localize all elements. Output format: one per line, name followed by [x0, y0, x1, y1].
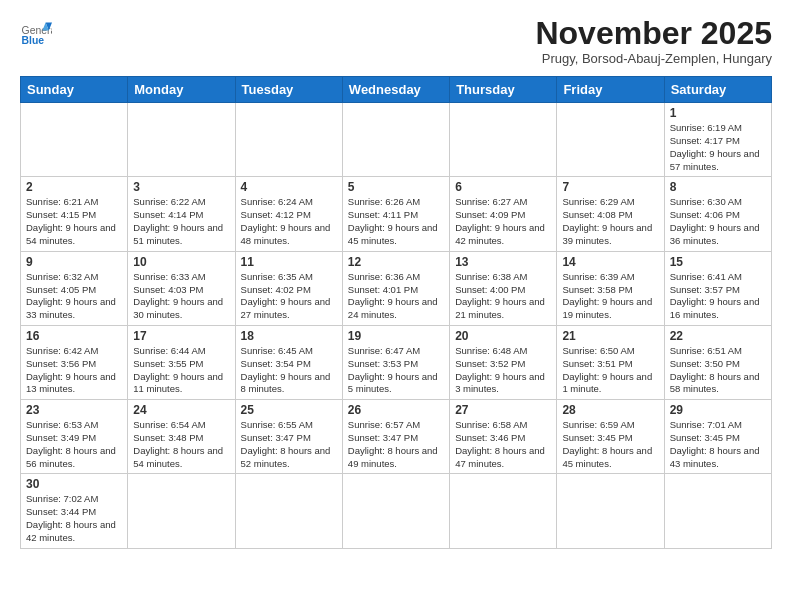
calendar-cell: 9Sunrise: 6:32 AM Sunset: 4:05 PM Daylig… [21, 251, 128, 325]
day-info: Sunrise: 7:02 AM Sunset: 3:44 PM Dayligh… [26, 493, 122, 544]
calendar-cell: 2Sunrise: 6:21 AM Sunset: 4:15 PM Daylig… [21, 177, 128, 251]
day-number: 2 [26, 180, 122, 194]
calendar-cell [128, 103, 235, 177]
calendar-cell [128, 474, 235, 548]
day-number: 17 [133, 329, 229, 343]
calendar-cell: 21Sunrise: 6:50 AM Sunset: 3:51 PM Dayli… [557, 325, 664, 399]
day-number: 29 [670, 403, 766, 417]
day-number: 8 [670, 180, 766, 194]
day-info: Sunrise: 6:32 AM Sunset: 4:05 PM Dayligh… [26, 271, 122, 322]
calendar-cell: 29Sunrise: 7:01 AM Sunset: 3:45 PM Dayli… [664, 400, 771, 474]
day-info: Sunrise: 6:42 AM Sunset: 3:56 PM Dayligh… [26, 345, 122, 396]
col-header-wednesday: Wednesday [342, 77, 449, 103]
day-info: Sunrise: 6:26 AM Sunset: 4:11 PM Dayligh… [348, 196, 444, 247]
day-number: 28 [562, 403, 658, 417]
col-header-monday: Monday [128, 77, 235, 103]
generalblue-logo-icon: General Blue [20, 16, 52, 48]
day-info: Sunrise: 6:22 AM Sunset: 4:14 PM Dayligh… [133, 196, 229, 247]
day-info: Sunrise: 6:24 AM Sunset: 4:12 PM Dayligh… [241, 196, 337, 247]
day-number: 18 [241, 329, 337, 343]
calendar-cell: 27Sunrise: 6:58 AM Sunset: 3:46 PM Dayli… [450, 400, 557, 474]
day-info: Sunrise: 6:44 AM Sunset: 3:55 PM Dayligh… [133, 345, 229, 396]
day-info: Sunrise: 6:51 AM Sunset: 3:50 PM Dayligh… [670, 345, 766, 396]
calendar-cell: 3Sunrise: 6:22 AM Sunset: 4:14 PM Daylig… [128, 177, 235, 251]
calendar-cell: 11Sunrise: 6:35 AM Sunset: 4:02 PM Dayli… [235, 251, 342, 325]
calendar-cell: 8Sunrise: 6:30 AM Sunset: 4:06 PM Daylig… [664, 177, 771, 251]
calendar-week-5: 23Sunrise: 6:53 AM Sunset: 3:49 PM Dayli… [21, 400, 772, 474]
day-info: Sunrise: 6:36 AM Sunset: 4:01 PM Dayligh… [348, 271, 444, 322]
day-number: 15 [670, 255, 766, 269]
calendar-cell [664, 474, 771, 548]
calendar-cell: 26Sunrise: 6:57 AM Sunset: 3:47 PM Dayli… [342, 400, 449, 474]
day-info: Sunrise: 7:01 AM Sunset: 3:45 PM Dayligh… [670, 419, 766, 470]
day-number: 19 [348, 329, 444, 343]
calendar-cell [557, 474, 664, 548]
day-info: Sunrise: 6:57 AM Sunset: 3:47 PM Dayligh… [348, 419, 444, 470]
calendar-cell: 28Sunrise: 6:59 AM Sunset: 3:45 PM Dayli… [557, 400, 664, 474]
day-number: 14 [562, 255, 658, 269]
day-info: Sunrise: 6:53 AM Sunset: 3:49 PM Dayligh… [26, 419, 122, 470]
calendar-cell: 4Sunrise: 6:24 AM Sunset: 4:12 PM Daylig… [235, 177, 342, 251]
calendar-cell [21, 103, 128, 177]
day-info: Sunrise: 6:48 AM Sunset: 3:52 PM Dayligh… [455, 345, 551, 396]
day-number: 12 [348, 255, 444, 269]
calendar-cell [450, 474, 557, 548]
calendar-cell [557, 103, 664, 177]
day-info: Sunrise: 6:21 AM Sunset: 4:15 PM Dayligh… [26, 196, 122, 247]
col-header-thursday: Thursday [450, 77, 557, 103]
calendar-table: SundayMondayTuesdayWednesdayThursdayFrid… [20, 76, 772, 549]
day-info: Sunrise: 6:47 AM Sunset: 3:53 PM Dayligh… [348, 345, 444, 396]
day-info: Sunrise: 6:30 AM Sunset: 4:06 PM Dayligh… [670, 196, 766, 247]
calendar-cell [235, 103, 342, 177]
day-info: Sunrise: 6:41 AM Sunset: 3:57 PM Dayligh… [670, 271, 766, 322]
day-number: 20 [455, 329, 551, 343]
day-number: 16 [26, 329, 122, 343]
calendar-cell: 12Sunrise: 6:36 AM Sunset: 4:01 PM Dayli… [342, 251, 449, 325]
title-block: November 2025 Prugy, Borsod-Abauj-Zemple… [535, 16, 772, 66]
day-info: Sunrise: 6:39 AM Sunset: 3:58 PM Dayligh… [562, 271, 658, 322]
day-number: 10 [133, 255, 229, 269]
month-title: November 2025 [535, 16, 772, 51]
calendar-week-2: 2Sunrise: 6:21 AM Sunset: 4:15 PM Daylig… [21, 177, 772, 251]
calendar-cell: 13Sunrise: 6:38 AM Sunset: 4:00 PM Dayli… [450, 251, 557, 325]
calendar-week-4: 16Sunrise: 6:42 AM Sunset: 3:56 PM Dayli… [21, 325, 772, 399]
day-number: 7 [562, 180, 658, 194]
calendar-cell: 19Sunrise: 6:47 AM Sunset: 3:53 PM Dayli… [342, 325, 449, 399]
logo: General Blue [20, 16, 52, 48]
calendar-cell: 5Sunrise: 6:26 AM Sunset: 4:11 PM Daylig… [342, 177, 449, 251]
day-info: Sunrise: 6:58 AM Sunset: 3:46 PM Dayligh… [455, 419, 551, 470]
day-number: 9 [26, 255, 122, 269]
day-number: 11 [241, 255, 337, 269]
calendar-cell [450, 103, 557, 177]
day-info: Sunrise: 6:29 AM Sunset: 4:08 PM Dayligh… [562, 196, 658, 247]
day-number: 1 [670, 106, 766, 120]
day-number: 30 [26, 477, 122, 491]
calendar-cell: 30Sunrise: 7:02 AM Sunset: 3:44 PM Dayli… [21, 474, 128, 548]
day-info: Sunrise: 6:50 AM Sunset: 3:51 PM Dayligh… [562, 345, 658, 396]
header: General Blue November 2025 Prugy, Borsod… [20, 16, 772, 66]
calendar-week-1: 1Sunrise: 6:19 AM Sunset: 4:17 PM Daylig… [21, 103, 772, 177]
day-number: 5 [348, 180, 444, 194]
calendar-cell [235, 474, 342, 548]
calendar-cell [342, 474, 449, 548]
col-header-sunday: Sunday [21, 77, 128, 103]
calendar-cell: 17Sunrise: 6:44 AM Sunset: 3:55 PM Dayli… [128, 325, 235, 399]
svg-text:Blue: Blue [22, 35, 45, 46]
calendar-cell: 15Sunrise: 6:41 AM Sunset: 3:57 PM Dayli… [664, 251, 771, 325]
calendar-cell: 14Sunrise: 6:39 AM Sunset: 3:58 PM Dayli… [557, 251, 664, 325]
day-info: Sunrise: 6:54 AM Sunset: 3:48 PM Dayligh… [133, 419, 229, 470]
day-info: Sunrise: 6:38 AM Sunset: 4:00 PM Dayligh… [455, 271, 551, 322]
day-info: Sunrise: 6:55 AM Sunset: 3:47 PM Dayligh… [241, 419, 337, 470]
day-info: Sunrise: 6:35 AM Sunset: 4:02 PM Dayligh… [241, 271, 337, 322]
col-header-friday: Friday [557, 77, 664, 103]
calendar-header-row: SundayMondayTuesdayWednesdayThursdayFrid… [21, 77, 772, 103]
day-number: 6 [455, 180, 551, 194]
day-number: 13 [455, 255, 551, 269]
calendar-cell [342, 103, 449, 177]
day-number: 26 [348, 403, 444, 417]
calendar-cell: 10Sunrise: 6:33 AM Sunset: 4:03 PM Dayli… [128, 251, 235, 325]
calendar-cell: 1Sunrise: 6:19 AM Sunset: 4:17 PM Daylig… [664, 103, 771, 177]
calendar-week-3: 9Sunrise: 6:32 AM Sunset: 4:05 PM Daylig… [21, 251, 772, 325]
calendar-cell: 16Sunrise: 6:42 AM Sunset: 3:56 PM Dayli… [21, 325, 128, 399]
calendar-cell: 23Sunrise: 6:53 AM Sunset: 3:49 PM Dayli… [21, 400, 128, 474]
